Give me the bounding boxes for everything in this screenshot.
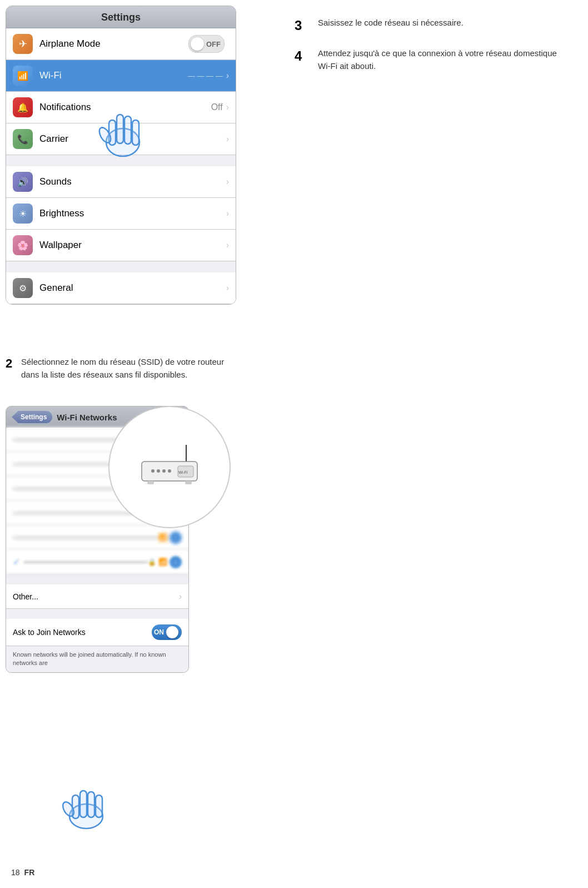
wifi-label: Wi-Fi bbox=[39, 70, 188, 81]
step3-number: 3 bbox=[295, 17, 311, 34]
airplane-icon: ✈ bbox=[13, 34, 33, 54]
ask-join-toggle[interactable]: ON bbox=[152, 624, 182, 640]
sounds-icon: 🔊 bbox=[13, 172, 33, 192]
notifications-row[interactable]: 🔔 Notifications Off › bbox=[6, 92, 236, 123]
general-label: General bbox=[39, 282, 226, 294]
general-row[interactable]: ⚙ General › bbox=[6, 272, 236, 304]
wifi-network-row-5[interactable]: 📶 › bbox=[6, 525, 188, 550]
airplane-label: Airplane Mode bbox=[39, 38, 188, 49]
svg-rect-15 bbox=[185, 481, 192, 484]
step4-text: Attendez jusqu'à ce que la connexion à v… bbox=[318, 47, 571, 72]
settings-group-1: ✈ Airplane Mode OFF 📶 Wi-Fi — — — — › bbox=[6, 28, 236, 92]
svg-point-10 bbox=[162, 469, 166, 473]
back-label: Settings bbox=[21, 413, 47, 421]
footer-text: Known networks will be joined automatica… bbox=[13, 651, 166, 666]
carrier-label: Carrier bbox=[39, 133, 226, 145]
sounds-label: Sounds bbox=[39, 176, 226, 187]
lock-icon: 🔒 bbox=[148, 558, 156, 566]
left-column: Settings ✈ Airplane Mode OFF 📶 bbox=[0, 0, 245, 888]
sounds-chevron: › bbox=[226, 177, 229, 187]
wifi-arrow-selected: › bbox=[170, 556, 182, 568]
airplane-row[interactable]: ✈ Airplane Mode OFF bbox=[6, 28, 236, 60]
step3-item: 3 Saisissez le code réseau si nécessaire… bbox=[295, 17, 571, 34]
brightness-label: Brightness bbox=[39, 208, 226, 219]
settings-group-4: ⚙ General › bbox=[6, 272, 236, 304]
other-chevron: › bbox=[179, 592, 182, 602]
ask-value: ON bbox=[154, 628, 164, 636]
wifi-back-button[interactable]: Settings bbox=[12, 411, 52, 423]
svg-rect-20 bbox=[96, 795, 102, 817]
toggle-on-knob bbox=[166, 626, 178, 638]
svg-rect-17 bbox=[72, 795, 79, 818]
wallpaper-row[interactable]: 🌸 Wallpaper › bbox=[6, 230, 236, 261]
page-number: 18 bbox=[11, 868, 20, 877]
svg-rect-19 bbox=[88, 792, 94, 817]
wifi-group-divider bbox=[6, 574, 188, 584]
toggle-knob bbox=[191, 37, 204, 51]
brightness-row[interactable]: ☀ Brightness › bbox=[6, 198, 236, 230]
title-text: Settings bbox=[101, 12, 141, 23]
ask-join-row[interactable]: Ask to Join Networks ON bbox=[6, 619, 188, 646]
step2-number: 2 bbox=[6, 356, 21, 372]
carrier-icon: 📞 bbox=[13, 129, 33, 149]
wifi-other-row[interactable]: Other... › bbox=[6, 584, 188, 609]
brightness-chevron: › bbox=[226, 209, 229, 219]
wifi-screen-title: Wi-Fi Networks bbox=[57, 413, 117, 422]
settings-group-2: 🔔 Notifications Off › 📞 Carrier › bbox=[6, 92, 236, 155]
general-chevron: › bbox=[226, 283, 229, 293]
svg-point-11 bbox=[168, 469, 171, 473]
group-divider-2 bbox=[6, 261, 236, 272]
carrier-row[interactable]: 📞 Carrier › bbox=[6, 123, 236, 155]
sounds-row[interactable]: 🔊 Sounds › bbox=[6, 166, 236, 198]
settings-title: Settings bbox=[6, 6, 236, 28]
page-footer: 18 FR bbox=[11, 868, 34, 877]
svg-point-21 bbox=[61, 800, 76, 818]
svg-text:Wi-Fi: Wi-Fi bbox=[178, 470, 188, 474]
checkmark-icon: ✓ bbox=[13, 557, 20, 567]
svg-point-9 bbox=[157, 469, 160, 473]
carrier-chevron: › bbox=[226, 134, 229, 144]
wifi-selected-row[interactable]: ✓ 🔒 📶 › bbox=[6, 550, 188, 574]
wifi-value: — — — — bbox=[188, 72, 223, 80]
wifi-other-label: Other... bbox=[13, 592, 179, 601]
step2-text: Sélectionnez le nom du réseau (SSID) de … bbox=[21, 356, 236, 381]
wallpaper-label: Wallpaper bbox=[39, 240, 226, 251]
wallpaper-chevron: › bbox=[226, 240, 229, 250]
step4-number: 4 bbox=[295, 47, 311, 65]
general-icon: ⚙ bbox=[13, 278, 33, 298]
svg-point-8 bbox=[151, 469, 155, 473]
notifications-label: Notifications bbox=[39, 102, 211, 113]
airplane-toggle[interactable]: OFF bbox=[188, 35, 225, 53]
settings-list: ✈ Airplane Mode OFF 📶 Wi-Fi — — — — › bbox=[6, 28, 236, 304]
wifi-footer-text: Known networks will be joined automatica… bbox=[6, 646, 188, 672]
router-svg: Wi-Fi bbox=[125, 439, 214, 495]
toggle-value: OFF bbox=[206, 40, 221, 48]
wifi-row-icons-5: 📶 › bbox=[158, 532, 182, 544]
page-language: FR bbox=[24, 868, 35, 877]
wifi-arrow-5: › bbox=[170, 532, 182, 544]
step2-section: 2 Sélectionnez le nom du réseau (SSID) d… bbox=[6, 356, 236, 381]
router-diagram: Wi-Fi bbox=[108, 406, 231, 528]
notifications-chevron: › bbox=[226, 102, 229, 112]
ask-join-label: Ask to Join Networks bbox=[13, 628, 152, 637]
svg-rect-14 bbox=[147, 481, 154, 484]
group-divider-1 bbox=[6, 155, 236, 166]
wifi-group-divider-2 bbox=[6, 609, 188, 619]
notifications-icon: 🔔 bbox=[13, 97, 33, 117]
settings-group-3: 🔊 Sounds › ☀ Brightness › 🌸 Wallp bbox=[6, 166, 236, 261]
right-column: 3 Saisissez le code réseau si nécessaire… bbox=[278, 0, 588, 86]
wifi-icon: 📶 bbox=[13, 66, 33, 86]
notifications-value: Off bbox=[211, 102, 223, 112]
settings-screenshot: Settings ✈ Airplane Mode OFF 📶 bbox=[6, 6, 236, 305]
brightness-icon: ☀ bbox=[13, 204, 33, 224]
wifi-selected-icons: 🔒 📶 › bbox=[148, 556, 182, 568]
hand-cursor-wifi-list bbox=[58, 767, 119, 834]
wifi-chevron: › bbox=[226, 71, 229, 81]
wifi-row[interactable]: 📶 Wi-Fi — — — — › bbox=[6, 60, 236, 92]
svg-point-16 bbox=[69, 804, 103, 829]
step4-item: 4 Attendez jusqu'à ce que la connexion à… bbox=[295, 47, 571, 72]
wallpaper-icon: 🌸 bbox=[13, 235, 33, 255]
svg-rect-18 bbox=[80, 791, 87, 817]
step3-text: Saisissez le code réseau si nécessaire. bbox=[318, 17, 571, 29]
